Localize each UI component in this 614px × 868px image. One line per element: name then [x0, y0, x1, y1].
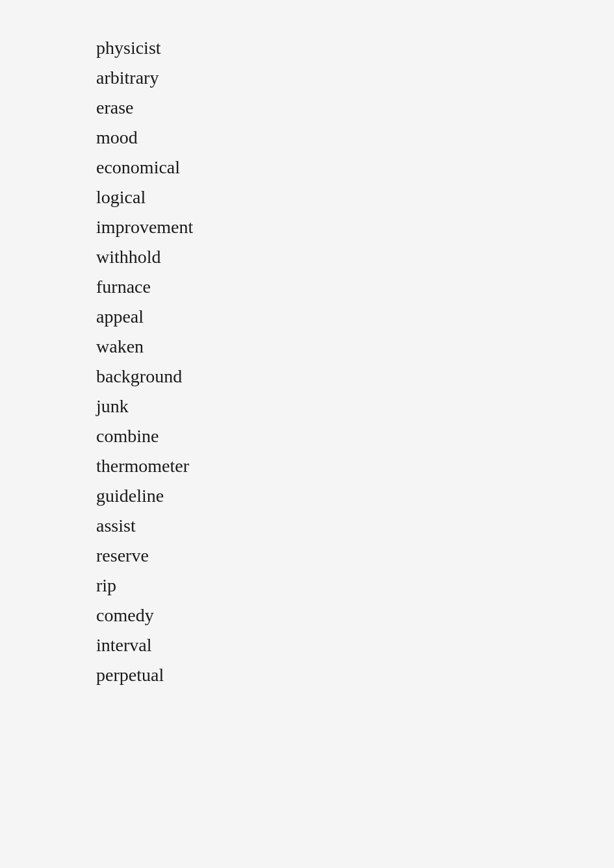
list-item: comedy — [96, 606, 614, 625]
list-item: withhold — [96, 248, 614, 266]
list-item: guideline — [96, 487, 614, 505]
list-item: interval — [96, 636, 614, 654]
list-item: background — [96, 367, 614, 386]
list-item: appeal — [96, 308, 614, 326]
list-item: logical — [96, 188, 614, 206]
list-item: perpetual — [96, 666, 614, 684]
list-item: mood — [96, 129, 614, 147]
list-item: junk — [96, 397, 614, 415]
list-item: waken — [96, 338, 614, 356]
list-item: reserve — [96, 547, 614, 565]
list-item: furnace — [96, 278, 614, 296]
list-item: assist — [96, 517, 614, 535]
list-item: erase — [96, 99, 614, 117]
list-item: arbitrary — [96, 69, 614, 87]
list-item: improvement — [96, 218, 614, 236]
list-item: rip — [96, 577, 614, 595]
list-item: thermometer — [96, 457, 614, 475]
list-item: economical — [96, 158, 614, 177]
list-item: combine — [96, 427, 614, 445]
word-list-container: physicistarbitraryerasemoodeconomicallog… — [0, 0, 614, 735]
list-item: physicist — [96, 39, 614, 57]
